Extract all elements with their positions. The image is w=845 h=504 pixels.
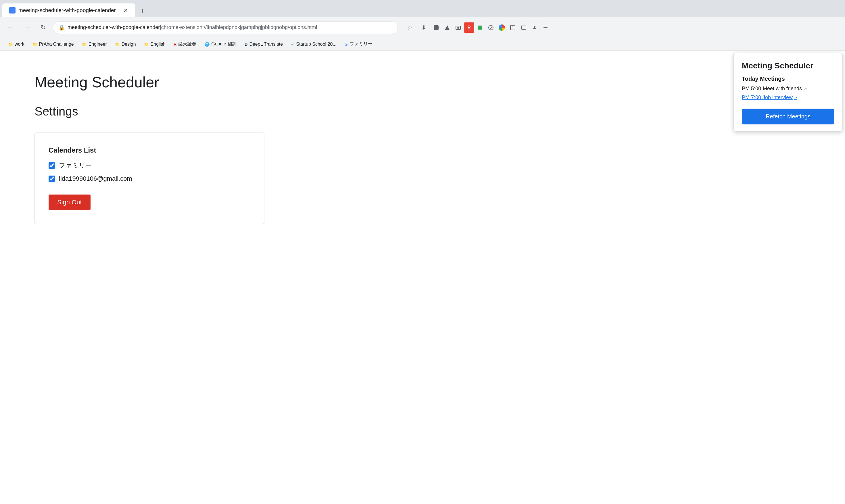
- folder-icon: 📁: [115, 42, 120, 47]
- ext-icon-green[interactable]: [475, 22, 485, 33]
- folder-icon: 📁: [8, 42, 13, 47]
- translate-icon: 🌐: [205, 42, 210, 47]
- address-bar[interactable]: 🔒 meeting-scheduler-with-google-calender…: [53, 21, 398, 34]
- bookmark-design-label: Design: [122, 42, 136, 47]
- new-tab-button[interactable]: +: [136, 5, 149, 17]
- bookmark-rakuten-label: 楽天証券: [178, 41, 197, 47]
- ext-icon-screen[interactable]: [519, 22, 529, 33]
- folder-icon: 📁: [82, 42, 87, 47]
- folder-icon: 📁: [144, 42, 149, 47]
- svg-rect-0: [434, 25, 438, 30]
- back-button[interactable]: ←: [5, 21, 17, 34]
- reload-button[interactable]: ↻: [37, 21, 50, 34]
- meeting-time-1: PM 5:00: [742, 86, 761, 92]
- calendar-label-family: ファミリー: [59, 161, 92, 170]
- refetch-button[interactable]: Refetch Meetings: [742, 109, 834, 124]
- bookmark-startup-label: Startup School 20...: [296, 42, 337, 47]
- ext-icon-dots[interactable]: [540, 22, 551, 33]
- ext-icon-check[interactable]: [486, 22, 496, 33]
- tab-title: meeting-scheduler-with-google-calender: [18, 7, 116, 14]
- download-button[interactable]: ⬇: [417, 21, 430, 34]
- settings-card: Calenders List ファミリー iida19990106@gmail.…: [35, 132, 265, 224]
- svg-point-10: [545, 27, 546, 28]
- popup-meetings-title: Today Meetings: [742, 76, 834, 82]
- nav-icons: ☆ ⬇ R: [403, 21, 551, 34]
- ext-icon-puzzle[interactable]: [507, 22, 518, 33]
- lock-icon: 🔒: [58, 24, 65, 31]
- meeting-label-1: Meet with friends: [763, 86, 802, 92]
- check-icon: ✓: [291, 42, 294, 47]
- bookmark-work-label: work: [15, 42, 24, 47]
- forward-button[interactable]: →: [21, 21, 33, 34]
- bookmark-family[interactable]: G ファミリー: [341, 39, 376, 49]
- ext-icon-person[interactable]: [529, 22, 540, 33]
- tab-close-icon[interactable]: ✕: [123, 7, 128, 14]
- bookmark-english-label: English: [150, 42, 165, 47]
- bookmark-english[interactable]: 📁 English: [141, 40, 169, 49]
- extension-icons: R: [431, 22, 551, 33]
- svg-point-11: [546, 27, 547, 28]
- popup-panel: Meeting Scheduler Today Meetings PM 5:00…: [734, 53, 843, 131]
- meeting-item-1: PM 5:00 Meet with friends ↗: [742, 86, 834, 92]
- bookmark-rakuten[interactable]: R 楽天証券: [170, 39, 200, 49]
- browser-chrome: meeting-scheduler-with-google-calender ✕…: [0, 0, 845, 51]
- bookmark-family-label: ファミリー: [349, 41, 373, 47]
- bookmarks-bar: 📁 work 📁 PrAha Challenge 📁 Engineer 📁 De…: [0, 38, 845, 51]
- google-icon: G: [345, 42, 348, 47]
- ext-icon-camera[interactable]: [453, 22, 463, 33]
- bookmark-google-translate[interactable]: 🌐 Google 翻訳: [201, 39, 240, 49]
- bookmark-deepl[interactable]: D DeepL Translate: [241, 40, 286, 49]
- meeting-item-2: PM 7:00 Job interview ↗: [742, 94, 834, 101]
- meeting-link-2[interactable]: PM 7:00 Job interview ↗: [742, 94, 797, 101]
- bookmark-deepl-label: DeepL Translate: [249, 42, 283, 47]
- calendar-label-gmail: iida19990106@gmail.com: [59, 175, 132, 182]
- ext-icon-2[interactable]: [442, 22, 452, 33]
- folder-icon: 📁: [33, 42, 37, 47]
- bookmark-star-button[interactable]: ☆: [403, 21, 416, 34]
- settings-title: Settings: [35, 105, 810, 119]
- sign-out-button[interactable]: Sign Out: [49, 195, 91, 210]
- svg-point-3: [457, 27, 459, 29]
- bookmark-startup-school[interactable]: ✓ Startup School 20...: [287, 40, 340, 49]
- calendar-item-gmail: iida19990106@gmail.com: [49, 175, 250, 182]
- address-path: chrome-extension://lfnaihlepdgnokjgamplh…: [161, 24, 317, 31]
- bookmark-engineer[interactable]: 📁 Engineer: [78, 40, 110, 49]
- ext-icon-red[interactable]: R: [464, 22, 474, 33]
- address-text: meeting-scheduler-with-google-calender |…: [68, 24, 317, 31]
- address-domain: meeting-scheduler-with-google-calender: [68, 24, 160, 31]
- ext-icon-multicolor[interactable]: [497, 22, 507, 33]
- external-link-icon-2: ↗: [794, 95, 797, 100]
- svg-marker-1: [445, 25, 450, 30]
- bookmark-engineer-label: Engineer: [89, 42, 107, 47]
- popup-title: Meeting Scheduler: [742, 61, 834, 70]
- tab-bar: meeting-scheduler-with-google-calender ✕…: [0, 0, 845, 17]
- calendar-checkbox-gmail[interactable]: [49, 176, 55, 182]
- page-title: Meeting Scheduler: [35, 74, 810, 91]
- ext-icon-1[interactable]: [431, 22, 442, 33]
- bookmark-praha[interactable]: 📁 PrAha Challenge: [29, 40, 77, 49]
- page-content: Meeting Scheduler Settings Calenders Lis…: [0, 51, 845, 504]
- calendar-checkbox-family[interactable]: [49, 162, 55, 169]
- external-link-icon-1: ↗: [804, 87, 807, 91]
- bookmark-work[interactable]: 📁 work: [5, 40, 28, 49]
- bookmark-praha-label: PrAha Challenge: [39, 42, 74, 47]
- meeting-time-2: PM 7:00 Job interview: [742, 94, 793, 101]
- bookmark-translate-label: Google 翻訳: [211, 41, 236, 47]
- nav-bar: ← → ↻ 🔒 meeting-scheduler-with-google-ca…: [0, 17, 845, 38]
- tab-favicon: [9, 7, 16, 14]
- bookmark-design[interactable]: 📁 Design: [111, 40, 139, 49]
- svg-point-8: [534, 26, 536, 28]
- deepl-icon: D: [245, 42, 248, 47]
- svg-point-5: [489, 25, 493, 30]
- svg-point-9: [543, 27, 545, 28]
- active-tab[interactable]: meeting-scheduler-with-google-calender ✕: [2, 3, 135, 17]
- svg-rect-4: [478, 25, 482, 30]
- rakuten-icon: R: [174, 42, 177, 47]
- svg-rect-7: [521, 26, 526, 29]
- calendars-list-title: Calenders List: [49, 146, 250, 154]
- calendar-item-family: ファミリー: [49, 161, 250, 170]
